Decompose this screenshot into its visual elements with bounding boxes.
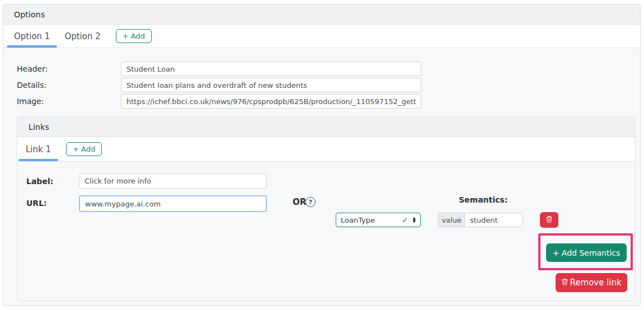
tab-option-2-label: Option 2 <box>64 31 100 41</box>
trash-icon <box>546 215 553 225</box>
add-option-button[interactable]: + Add <box>116 29 152 43</box>
link-label-input[interactable] <box>79 173 267 189</box>
semantics-heading: Semantics: <box>459 195 507 204</box>
links-tabs: Link 1 + Add <box>17 137 635 162</box>
links-panel-title: Links <box>29 123 49 131</box>
delete-semantics-button[interactable] <box>540 212 558 228</box>
options-tabs: Option 1 Option 2 + Add <box>3 25 640 48</box>
options-panel-title: Options <box>14 10 45 19</box>
image-field-row: Image: <box>17 94 640 109</box>
header-field-label: Header: <box>17 64 121 73</box>
or-label: OR <box>293 197 306 207</box>
option-1-content: Header: Details: Image: Links Link 1 + A… <box>3 48 640 306</box>
tab-option-1-label: Option 1 <box>14 31 50 41</box>
image-field-label: Image: <box>17 97 121 106</box>
options-panel-header: Options <box>3 4 640 25</box>
url-field-label: URL: <box>26 199 47 208</box>
trash-icon <box>561 278 568 288</box>
tab-option-2[interactable]: Option 2 <box>57 25 107 48</box>
links-panel: Links Link 1 + Add Label: URL: OR ? Loan… <box>17 116 636 301</box>
header-field-row: Header: <box>17 62 640 76</box>
semantic-type-selected-value: LoanType <box>341 216 402 224</box>
active-tab-underline <box>18 159 58 161</box>
remove-link-button[interactable]: Remove link <box>556 273 627 292</box>
url-input[interactable] <box>79 195 267 212</box>
select-updown-arrows-icon: ▲ ▼ <box>413 217 416 223</box>
details-field-label: Details: <box>17 81 121 90</box>
semantics-key-label: value <box>438 213 464 227</box>
options-panel: Options Option 1 Option 2 + Add Header: … <box>3 4 641 306</box>
semantic-type-select[interactable]: LoanType ✓ ▲ ▼ <box>336 213 421 227</box>
image-url-input[interactable] <box>121 94 421 109</box>
tab-link-1[interactable]: Link 1 <box>18 137 58 161</box>
remove-link-label: Remove link <box>570 278 621 288</box>
check-icon: ✓ <box>402 215 408 224</box>
semantics-pair-group: value <box>438 213 523 227</box>
add-link-button[interactable]: + Add <box>66 142 102 156</box>
help-icon[interactable]: ? <box>305 197 316 207</box>
header-input[interactable] <box>121 62 421 76</box>
tab-option-1[interactable]: Option 1 <box>7 25 57 48</box>
links-panel-header: Links <box>17 117 635 137</box>
add-semantics-button[interactable]: + Add Semantics <box>546 243 627 262</box>
link-label-field-label: Label: <box>26 177 53 186</box>
details-input[interactable] <box>121 78 421 92</box>
tab-link-1-label: Link 1 <box>26 144 51 154</box>
link-1-content: Label: URL: OR ? LoanType ✓ ▲ ▼ Semantic… <box>17 162 635 300</box>
active-tab-underline <box>7 45 57 48</box>
details-field-row: Details: <box>17 78 640 92</box>
semantics-value-input[interactable] <box>464 213 523 227</box>
